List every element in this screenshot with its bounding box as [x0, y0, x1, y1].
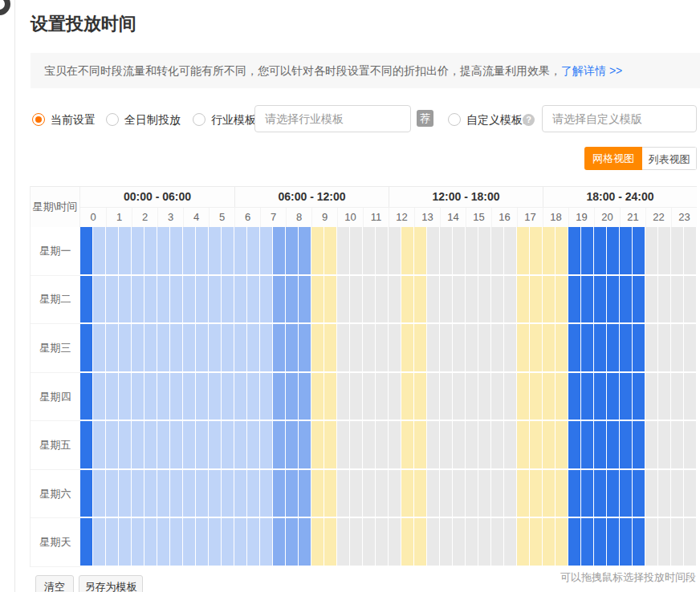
- time-slot-cell[interactable]: [620, 373, 633, 422]
- time-slot-cell[interactable]: [466, 470, 478, 519]
- list-view-button[interactable]: 列表视图: [642, 147, 697, 170]
- time-slot-cell[interactable]: [530, 276, 543, 325]
- time-slot-cell[interactable]: [299, 518, 311, 567]
- time-slot-cell[interactable]: [80, 324, 93, 373]
- time-slot-cell[interactable]: [337, 518, 350, 567]
- time-slot-cell[interactable]: [196, 518, 209, 567]
- time-slot-cell[interactable]: [620, 421, 633, 470]
- time-slot-cell[interactable]: [671, 470, 684, 519]
- learn-more-link[interactable]: 了解详情 >>: [561, 64, 622, 77]
- time-slot-cell[interactable]: [504, 227, 517, 276]
- time-slot-cell[interactable]: [119, 227, 132, 276]
- time-slot-cell[interactable]: [311, 324, 324, 373]
- time-slot-cell[interactable]: [581, 373, 594, 422]
- time-slot-cell[interactable]: [466, 227, 478, 276]
- time-slot-cell[interactable]: [478, 421, 491, 470]
- radio-custom-template[interactable]: [448, 113, 461, 126]
- time-slot-cell[interactable]: [106, 276, 119, 325]
- time-slot-cell[interactable]: [286, 518, 299, 567]
- time-slot-cell[interactable]: [556, 470, 568, 519]
- time-slot-cell[interactable]: [645, 276, 658, 325]
- time-slot-cell[interactable]: [144, 227, 157, 276]
- time-slot-cell[interactable]: [132, 470, 144, 519]
- time-slot-cell[interactable]: [144, 470, 157, 519]
- time-slot-cell[interactable]: [620, 470, 633, 519]
- time-slot-cell[interactable]: [157, 373, 170, 422]
- time-slot-cell[interactable]: [337, 324, 350, 373]
- time-slot-cell[interactable]: [414, 518, 427, 567]
- time-slot-cell[interactable]: [453, 373, 466, 422]
- time-slot-cell[interactable]: [183, 421, 196, 470]
- time-slot-cell[interactable]: [93, 324, 106, 373]
- time-slot-cell[interactable]: [80, 421, 93, 470]
- time-slot-cell[interactable]: [93, 421, 106, 470]
- time-slot-cell[interactable]: [594, 227, 607, 276]
- time-slot-cell[interactable]: [209, 518, 222, 567]
- time-slot-cell[interactable]: [645, 421, 658, 470]
- time-slot-cell[interactable]: [337, 470, 350, 519]
- time-slot-cell[interactable]: [80, 276, 93, 325]
- time-slot-cell[interactable]: [311, 470, 324, 519]
- time-slot-cell[interactable]: [389, 276, 401, 325]
- time-slot-cell[interactable]: [209, 421, 222, 470]
- time-slot-cell[interactable]: [594, 276, 607, 325]
- time-slot-cell[interactable]: [209, 373, 222, 422]
- time-slot-cell[interactable]: [299, 373, 311, 422]
- time-slot-cell[interactable]: [401, 518, 414, 567]
- time-slot-cell[interactable]: [234, 276, 247, 325]
- time-slot-cell[interactable]: [414, 421, 427, 470]
- time-slot-cell[interactable]: [260, 276, 273, 325]
- time-slot-cell[interactable]: [684, 227, 697, 276]
- custom-template-select[interactable]: 请选择自定义模版: [542, 105, 697, 132]
- time-slot-cell[interactable]: [568, 227, 581, 276]
- time-slot-cell[interactable]: [222, 518, 234, 567]
- time-slot-cell[interactable]: [106, 470, 119, 519]
- time-slot-cell[interactable]: [658, 373, 671, 422]
- time-slot-cell[interactable]: [671, 276, 684, 325]
- time-slot-cell[interactable]: [453, 324, 466, 373]
- time-slot-cell[interactable]: [633, 276, 645, 325]
- time-slot-cell[interactable]: [517, 324, 530, 373]
- time-slot-cell[interactable]: [530, 470, 543, 519]
- time-slot-cell[interactable]: [311, 227, 324, 276]
- time-slot-cell[interactable]: [376, 227, 389, 276]
- time-slot-cell[interactable]: [299, 276, 311, 325]
- time-slot-cell[interactable]: [337, 421, 350, 470]
- time-slot-cell[interactable]: [80, 373, 93, 422]
- time-slot-cell[interactable]: [222, 421, 234, 470]
- time-slot-cell[interactable]: [299, 324, 311, 373]
- time-slot-cell[interactable]: [594, 324, 607, 373]
- time-slot-cell[interactable]: [363, 470, 376, 519]
- time-slot-cell[interactable]: [543, 421, 556, 470]
- time-slot-cell[interactable]: [401, 276, 414, 325]
- time-slot-cell[interactable]: [222, 324, 234, 373]
- time-slot-cell[interactable]: [427, 470, 440, 519]
- time-slot-cell[interactable]: [401, 373, 414, 422]
- time-slot-cell[interactable]: [633, 373, 645, 422]
- time-slot-cell[interactable]: [684, 324, 697, 373]
- time-slot-cell[interactable]: [645, 373, 658, 422]
- time-slot-cell[interactable]: [144, 324, 157, 373]
- time-slot-cell[interactable]: [491, 324, 504, 373]
- time-slot-cell[interactable]: [324, 518, 337, 567]
- time-slot-cell[interactable]: [119, 470, 132, 519]
- time-slot-cell[interactable]: [222, 373, 234, 422]
- time-slot-cell[interactable]: [209, 470, 222, 519]
- time-slot-cell[interactable]: [517, 227, 530, 276]
- time-slot-cell[interactable]: [273, 227, 286, 276]
- time-slot-cell[interactable]: [311, 518, 324, 567]
- time-slot-cell[interactable]: [620, 276, 633, 325]
- time-slot-cell[interactable]: [478, 518, 491, 567]
- time-slot-cell[interactable]: [401, 324, 414, 373]
- time-slot-cell[interactable]: [324, 276, 337, 325]
- time-slot-cell[interactable]: [453, 518, 466, 567]
- time-slot-cell[interactable]: [376, 421, 389, 470]
- time-slot-cell[interactable]: [80, 227, 93, 276]
- save-as-template-button[interactable]: 另存为模板: [79, 575, 143, 592]
- time-slot-cell[interactable]: [530, 227, 543, 276]
- time-slot-cell[interactable]: [478, 324, 491, 373]
- time-slot-cell[interactable]: [170, 276, 183, 325]
- time-slot-cell[interactable]: [581, 518, 594, 567]
- time-slot-cell[interactable]: [247, 421, 260, 470]
- help-icon[interactable]: ?: [523, 114, 535, 126]
